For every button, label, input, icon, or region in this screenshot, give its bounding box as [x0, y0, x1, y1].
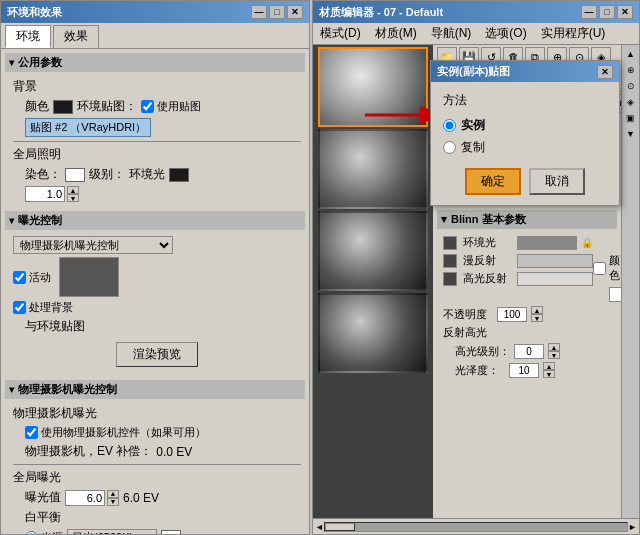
- background-row: 背景: [13, 78, 301, 95]
- sphere-item-2[interactable]: [318, 129, 428, 209]
- exposure-header[interactable]: 曝光控制: [5, 211, 305, 230]
- mat-close-button[interactable]: ✕: [617, 5, 633, 19]
- mat-maximize-button[interactable]: □: [599, 5, 615, 19]
- process-bg-checkbox[interactable]: [13, 301, 26, 314]
- confirm-button[interactable]: 确定: [465, 168, 521, 195]
- maximize-button[interactable]: □: [269, 5, 285, 19]
- self-illum-input[interactable]: [609, 287, 621, 302]
- specular-color-bar[interactable]: [517, 272, 593, 286]
- env-light-swatch[interactable]: [169, 168, 189, 182]
- color-bars-section: 环境光 🔒 漫反射 高光反射: [441, 235, 593, 289]
- opacity-down[interactable]: ▼: [531, 314, 543, 322]
- radio-copy[interactable]: 复制: [443, 139, 607, 156]
- active-checkbox[interactable]: [13, 271, 26, 284]
- scroll-thumb[interactable]: [325, 523, 355, 531]
- menu-material[interactable]: 材质(M): [372, 24, 420, 43]
- process-bg-check[interactable]: 处理背景: [13, 300, 73, 315]
- exp-spinner: ▲ ▼: [65, 490, 119, 506]
- render-preview-row: 渲染预览: [13, 338, 301, 371]
- scroll-track[interactable]: [324, 522, 628, 532]
- diffuse-param-label: 漫反射: [463, 253, 513, 268]
- level-up[interactable]: ▲: [67, 186, 79, 194]
- opacity-up[interactable]: ▲: [531, 306, 543, 314]
- use-camera-ctrl-check[interactable]: 使用物理摄影机控件（如果可用）: [25, 425, 206, 440]
- phys-cam-sub-label: 物理摄影机曝光: [13, 405, 97, 422]
- phys-cam-header[interactable]: 物理摄影机曝光控制: [5, 380, 305, 399]
- exp-value-label: 曝光值: [25, 489, 61, 506]
- render-preview-button[interactable]: 渲染预览: [116, 342, 198, 367]
- process-bg-row: 处理背景: [13, 300, 301, 315]
- lock-icon: 🔒: [581, 237, 593, 248]
- tint-swatch[interactable]: [65, 168, 85, 182]
- use-camera-checkbox[interactable]: [25, 426, 38, 439]
- light-source-radio[interactable]: 光源: [25, 530, 63, 535]
- menu-navigation[interactable]: 导航(N): [428, 24, 475, 43]
- spec-level-input[interactable]: [514, 344, 544, 359]
- exp-input[interactable]: [65, 490, 105, 506]
- background-label: 背景: [13, 78, 37, 95]
- side-icon-1[interactable]: ▲: [624, 47, 638, 61]
- bg-color-swatch[interactable]: [53, 100, 73, 114]
- menu-mode[interactable]: 模式(D): [317, 24, 364, 43]
- side-icon-6[interactable]: ▼: [624, 127, 638, 141]
- ev-row: 物理摄影机，EV 补偿： 0.0 EV: [25, 443, 301, 460]
- close-button[interactable]: ✕: [287, 5, 303, 19]
- spec-level-down[interactable]: ▼: [548, 351, 560, 359]
- exp-up[interactable]: ▲: [107, 490, 119, 498]
- diffuse-color-bar[interactable]: [517, 254, 593, 268]
- spec-level-up[interactable]: ▲: [548, 343, 560, 351]
- active-check[interactable]: 活动: [13, 270, 51, 285]
- specular-param: 高光反射: [441, 271, 593, 286]
- tab-environment[interactable]: 环境: [5, 25, 51, 48]
- use-camera-label: 使用物理摄影机控件（如果可用）: [41, 425, 206, 440]
- ambient-color-bar[interactable]: [517, 236, 577, 250]
- glossiness-down[interactable]: ▼: [543, 370, 555, 378]
- radio-copy-input[interactable]: [443, 141, 456, 154]
- wb-swatch[interactable]: [161, 530, 181, 534]
- mat-titlebar-controls: — □ ✕: [581, 5, 633, 19]
- common-params-header[interactable]: 公用参数: [5, 53, 305, 72]
- tab-effects[interactable]: 效果: [53, 25, 99, 48]
- side-icon-3[interactable]: ⊙: [624, 79, 638, 93]
- dialog-close-btn[interactable]: ✕: [597, 65, 613, 79]
- side-icon-2[interactable]: ⊕: [624, 63, 638, 77]
- menu-utilities[interactable]: 实用程序(U): [538, 24, 609, 43]
- scroll-left-btn[interactable]: ◄: [315, 522, 324, 532]
- menu-options[interactable]: 选项(O): [482, 24, 529, 43]
- radio-instance[interactable]: 实例: [443, 117, 607, 134]
- minimize-button[interactable]: —: [251, 5, 267, 19]
- diffuse-map-btn[interactable]: [443, 254, 457, 268]
- global-exp-label-row: 全局曝光: [13, 469, 301, 486]
- mat-minimize-button[interactable]: —: [581, 5, 597, 19]
- level-input[interactable]: [25, 186, 65, 202]
- light-source-select[interactable]: 日光(6500K): [67, 529, 157, 534]
- glossiness-arrows: ▲ ▼: [543, 362, 555, 378]
- cancel-button[interactable]: 取消: [529, 168, 585, 195]
- spec-level-row: 高光级别： ▲ ▼: [453, 343, 613, 359]
- ambient-map-btn[interactable]: [443, 236, 457, 250]
- level-down[interactable]: ▼: [67, 194, 79, 202]
- opacity-arrows: ▲ ▼: [531, 306, 543, 322]
- map-button[interactable]: 贴图 #2 （VRayHDRI）: [25, 118, 151, 137]
- radio-instance-input[interactable]: [443, 119, 456, 132]
- exposure-dropdown[interactable]: 物理摄影机曝光控制: [13, 236, 173, 254]
- blinn-basic-header[interactable]: Blinn 基本参数: [437, 210, 617, 229]
- glossiness-input[interactable]: [509, 363, 539, 378]
- side-icon-4[interactable]: ◈: [624, 95, 638, 109]
- glossiness-up[interactable]: ▲: [543, 362, 555, 370]
- opacity-input[interactable]: [497, 307, 527, 322]
- use-map-checkbox[interactable]: [141, 100, 154, 113]
- sphere-item-4[interactable]: [318, 293, 428, 373]
- self-illum-color-check[interactable]: 颜色: [593, 253, 621, 283]
- scroll-right-btn[interactable]: ►: [628, 522, 637, 532]
- exp-down[interactable]: ▼: [107, 498, 119, 506]
- dialog-method-label: 方法: [443, 92, 607, 109]
- exp-arrows: ▲ ▼: [107, 490, 119, 506]
- exposure-body: 物理摄影机曝光控制 活动 处理背景 与环境贴图 渲染预览: [5, 234, 305, 380]
- sphere-item-3[interactable]: [318, 211, 428, 291]
- divider-1: [13, 141, 301, 142]
- specular-map-btn[interactable]: [443, 272, 457, 286]
- side-icon-5[interactable]: ▣: [624, 111, 638, 125]
- tint-label: 染色：: [25, 166, 61, 183]
- use-map-check[interactable]: 使用贴图: [141, 99, 201, 114]
